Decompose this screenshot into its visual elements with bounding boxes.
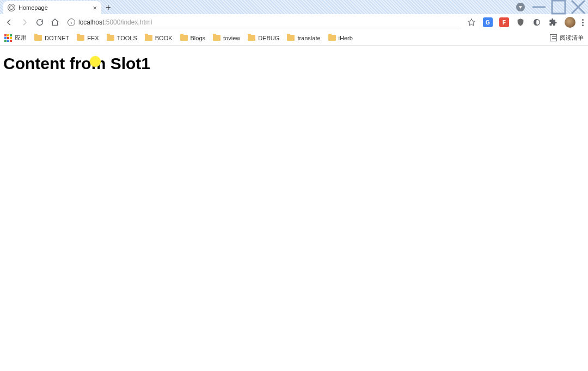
svg-rect-1 [552,1,565,14]
bookmarks-bar: 应用 DOTNET FEX TOOLS BOOK Blogs toview DE… [0,30,588,46]
fb-extension-icon[interactable]: F [499,17,509,27]
folder-icon [145,35,152,41]
page-heading: Content from Slot1 [3,54,150,73]
forward-button[interactable] [20,17,29,27]
title-bar: Homepage × + ♥ [0,0,588,14]
bookmark-fex[interactable]: FEX [77,35,99,41]
globe-icon [8,4,15,11]
apps-icon [4,34,12,42]
shield-extension-icon[interactable] [516,17,525,27]
folder-icon [34,35,42,41]
translate-extension-icon[interactable]: G [483,17,493,27]
folder-icon [180,35,188,41]
back-button[interactable] [4,17,14,27]
bookmark-dotnet[interactable]: DOTNET [34,35,69,41]
folder-icon [287,35,295,41]
minimize-button[interactable] [529,0,549,14]
bookmark-iherb[interactable]: iHerb [328,35,353,41]
bookmark-toview[interactable]: toview [213,35,240,41]
reading-list-button[interactable]: 阅读清单 [550,34,584,42]
bookmark-book[interactable]: BOOK [145,35,173,41]
heart-icon[interactable]: ♥ [516,3,525,11]
close-tab-icon[interactable]: × [93,4,97,12]
new-tab-button[interactable]: + [101,1,115,14]
browser-tab[interactable]: Homepage × [3,1,101,14]
profile-avatar[interactable] [565,17,575,28]
bookmark-blogs[interactable]: Blogs [180,35,206,41]
bookmark-tools[interactable]: TOOLS [107,35,137,41]
apps-label: 应用 [15,34,27,42]
folder-icon [248,35,255,41]
reload-button[interactable] [35,17,45,27]
svg-marker-4 [468,18,475,26]
maximize-button[interactable] [549,0,568,14]
list-icon [550,34,557,41]
folder-icon [77,35,84,41]
folder-icon [328,35,336,41]
page-content: Content from Slot1 [0,46,588,82]
site-info-icon[interactable]: i [68,18,75,26]
bookmark-translate[interactable]: translate [287,35,320,41]
extensions-icon[interactable] [548,17,558,27]
tab-title: Homepage [19,4,89,11]
toolbar-right: G F [467,17,584,28]
window-controls: ♥ [516,0,588,14]
home-button[interactable] [50,17,60,27]
moon-extension-icon[interactable] [532,17,542,27]
menu-button[interactable] [582,19,584,26]
bookmark-debug[interactable]: DEBUG [248,35,279,41]
folder-icon [107,35,114,41]
close-window-button[interactable] [568,0,588,14]
address-bar[interactable]: i localhost:5000/index.html [65,16,461,28]
star-icon[interactable] [467,17,476,27]
apps-shortcut[interactable]: 应用 [4,34,27,42]
url-text: localhost:5000/index.html [78,18,152,26]
folder-icon [213,35,220,41]
toolbar: i localhost:5000/index.html G F [0,14,588,30]
